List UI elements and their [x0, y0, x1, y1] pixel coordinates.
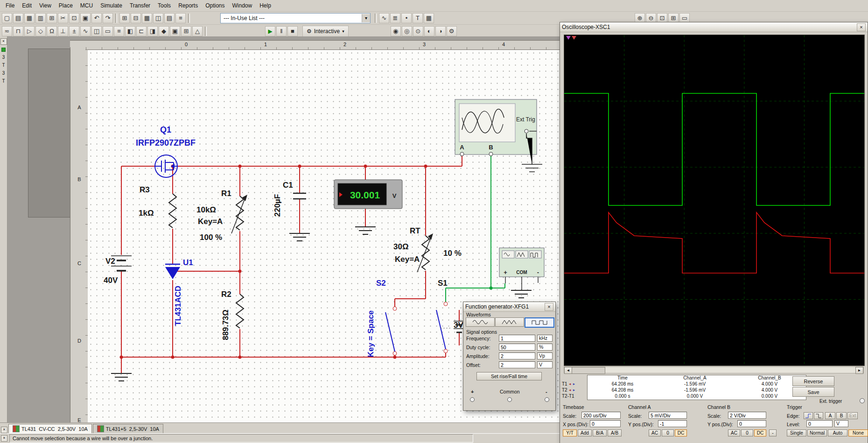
- normal-button[interactable]: Normal: [807, 429, 827, 436]
- channel-b-dc-button[interactable]: DC: [754, 429, 766, 436]
- fg-common-connector[interactable]: [507, 397, 512, 402]
- channel-a-scale-field[interactable]: [649, 412, 687, 419]
- sine-wave-button[interactable]: [466, 317, 495, 327]
- channel-b-ac-button[interactable]: AC: [728, 429, 740, 436]
- t2-right-icon[interactable]: ►: [573, 388, 576, 392]
- ba-button[interactable]: B/A: [593, 429, 607, 436]
- menu-place[interactable]: Place: [55, 1, 77, 10]
- paste-icon[interactable]: ▣: [80, 13, 91, 23]
- menu-edit[interactable]: Edit: [18, 1, 35, 10]
- single-button[interactable]: Single: [787, 429, 806, 436]
- spreadsheet-view-icon[interactable]: ▦: [142, 13, 152, 23]
- copy-icon[interactable]: ⊡: [69, 13, 79, 23]
- place-peripheral-icon[interactable]: ⊏: [136, 26, 147, 36]
- place-source-icon[interactable]: ≂: [2, 26, 12, 36]
- description-box-icon[interactable]: ≡: [175, 13, 186, 23]
- in-use-list-dropdown[interactable]: --- In-Use List --- ▾: [220, 13, 371, 23]
- junction-icon[interactable]: •: [401, 13, 412, 23]
- channel-a-dc-button[interactable]: DC: [675, 429, 687, 436]
- text-icon[interactable]: T: [413, 13, 423, 23]
- menu-view[interactable]: View: [35, 1, 55, 10]
- t2-cursor-marker[interactable]: [572, 36, 576, 40]
- channel-a-zero-button[interactable]: 0: [662, 429, 674, 436]
- fg-plus-connector[interactable]: [470, 397, 475, 402]
- yt-button[interactable]: Y/T: [563, 429, 577, 436]
- place-ttl-icon[interactable]: ⊥: [58, 26, 68, 36]
- none-button[interactable]: None: [848, 429, 868, 436]
- channel-a-ypos-field[interactable]: [658, 420, 687, 427]
- scope-title-bar[interactable]: Oscilloscope-XSC1 ×: [560, 22, 868, 32]
- place-mixed-icon[interactable]: ◫: [91, 26, 102, 36]
- pause-simulation-button[interactable]: ‖: [276, 26, 287, 36]
- grapher-icon[interactable]: ▦: [424, 13, 434, 23]
- trigger-a-button[interactable]: A: [825, 412, 835, 419]
- print-icon[interactable]: ▥: [35, 13, 46, 23]
- fg-title-bar[interactable]: Function generator-XFG1 ×: [463, 302, 555, 312]
- trigger-ext-button[interactable]: Ext: [847, 412, 858, 419]
- auto-button[interactable]: Auto: [828, 429, 847, 436]
- place-ni-component-icon[interactable]: ▣: [170, 26, 180, 36]
- square-wave-button[interactable]: [525, 317, 554, 328]
- cut-icon[interactable]: ✂: [58, 13, 68, 23]
- close-icon[interactable]: ×: [0, 38, 7, 45]
- open-file-icon[interactable]: ▤: [13, 13, 23, 23]
- menu-transfer[interactable]: Transfer: [126, 1, 154, 10]
- new-file-icon[interactable]: ▢: [2, 13, 12, 23]
- tab-tl431-cv-cc[interactable]: TL431 CV-CC 2,5-30V 10A: [8, 424, 92, 433]
- channel-b-ypos-field[interactable]: [737, 420, 766, 427]
- close-sheet-icon[interactable]: ×: [1, 427, 7, 433]
- design-toolbox-icon[interactable]: ▤: [164, 13, 175, 23]
- t1-left-icon[interactable]: ◄: [568, 382, 572, 386]
- scrollbar-thumb[interactable]: [572, 367, 605, 374]
- voltage-probe-icon[interactable]: ◉: [391, 26, 401, 36]
- triangle-wave-button[interactable]: [495, 317, 524, 327]
- bus-icon[interactable]: ≣: [390, 13, 400, 23]
- place-analog-icon[interactable]: Ω: [47, 26, 57, 36]
- scroll-left-icon[interactable]: ◄: [564, 367, 572, 374]
- t2-left-icon[interactable]: ◄: [568, 388, 572, 392]
- t1-cursor-marker[interactable]: [566, 36, 571, 40]
- t1-right-icon[interactable]: ►: [573, 382, 576, 386]
- set-rise-fall-button[interactable]: Set rise/Fall time: [476, 372, 542, 380]
- rising-edge-button[interactable]: [804, 412, 813, 419]
- channel-a-ac-button[interactable]: AC: [649, 429, 661, 436]
- menu-mcu[interactable]: MCU: [77, 1, 97, 10]
- save-icon[interactable]: ▦: [24, 13, 35, 23]
- menu-reports[interactable]: Reports: [175, 1, 202, 10]
- timebase-scale-field[interactable]: [581, 412, 621, 419]
- tab-tl431-plus5[interactable]: TL431+5 2,5-30V 10A: [93, 424, 163, 433]
- place-diode-icon[interactable]: ▷: [24, 26, 35, 36]
- place-basic-icon[interactable]: ⊓: [13, 26, 23, 36]
- place-power-icon[interactable]: ≡: [114, 26, 124, 36]
- power-probe-icon[interactable]: ⊙: [413, 26, 423, 36]
- channel-b-minus-button[interactable]: -: [769, 429, 777, 436]
- scroll-right-icon[interactable]: ►: [855, 367, 863, 374]
- trigger-b-button[interactable]: B: [836, 412, 847, 419]
- menu-file[interactable]: File: [2, 1, 18, 10]
- place-cmos-icon[interactable]: ±: [69, 26, 79, 36]
- print-preview-icon[interactable]: ⊞: [47, 13, 57, 23]
- place-transistor-icon[interactable]: ◇: [35, 26, 46, 36]
- place-mcu-icon[interactable]: △: [192, 26, 203, 36]
- falling-edge-button[interactable]: [814, 412, 823, 419]
- current-probe-icon[interactable]: ◎: [402, 26, 412, 36]
- close-icon[interactable]: ×: [857, 23, 866, 31]
- redo-icon[interactable]: ↷: [103, 13, 113, 23]
- scope-scrollbar[interactable]: ◄ ►: [564, 366, 864, 373]
- run-simulation-button[interactable]: ▶: [265, 26, 275, 36]
- ext-trigger-connector[interactable]: [860, 398, 865, 403]
- menu-window[interactable]: Window: [229, 1, 256, 10]
- place-electromech-icon[interactable]: ◆: [159, 26, 169, 36]
- stop-simulation-button[interactable]: ■: [287, 26, 298, 36]
- wire-icon[interactable]: ∿: [379, 13, 389, 23]
- place-rf-icon[interactable]: ◨: [147, 26, 158, 36]
- oscilloscope-panel[interactable]: Oscilloscope-XSC1 × ◄ ► T1 ◄ ► T2 ◄ ► T2…: [560, 22, 868, 443]
- place-connector-icon[interactable]: ⊞: [181, 26, 191, 36]
- chevron-down-icon[interactable]: ▾: [362, 14, 370, 22]
- timebase-xpos-field[interactable]: [590, 420, 621, 427]
- settings-gear-icon[interactable]: ⚙: [447, 26, 457, 36]
- channel-b-zero-button[interactable]: 0: [741, 429, 753, 436]
- toggle-grid-icon[interactable]: ⊞: [119, 13, 130, 23]
- menu-tools[interactable]: Tools: [154, 1, 175, 10]
- reverse-button[interactable]: Reverse: [792, 376, 834, 386]
